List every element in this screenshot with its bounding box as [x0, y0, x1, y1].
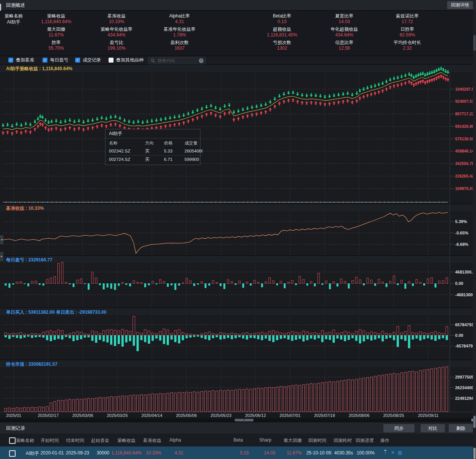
col-header: 结束时间 — [66, 437, 84, 444]
x-tick-label: 2025/09/11 — [418, 413, 438, 418]
main-chart-title: AI助手策略收益 : 1,116,840.64% — [6, 66, 73, 72]
records-title: 回测记录 — [6, 425, 25, 432]
row-cell: 100.00% — [357, 450, 375, 456]
search-input[interactable] — [157, 58, 199, 63]
main-chart-plot[interactable] — [0, 72, 476, 204]
backtest-detail-button[interactable]: 回测详情 — [447, 1, 473, 9]
splitter-collapse-icon[interactable]: ◂ — [0, 235, 3, 244]
select-all-checkbox[interactable] — [9, 437, 16, 444]
checkbox-成交记录[interactable]: ✓成交记录 — [75, 57, 101, 63]
stat-1-6: 夏普比率14.03 — [335, 13, 353, 25]
x-tick-label: 2025/07/18 — [314, 413, 335, 418]
horizontal-scrollbar[interactable]: ▼ — [0, 418, 476, 422]
close-icon[interactable]: ✕ — [391, 450, 395, 455]
vscroll-handle-bottom[interactable] — [473, 448, 476, 459]
stat-2-5: 年化超额收益434.64% — [331, 26, 358, 38]
col-header: 起始资金 — [91, 437, 109, 444]
row-cell: 11.67% — [287, 450, 302, 456]
benchmark-title: 基准收益 : 10.33% — [6, 205, 44, 212]
stat-2-6: 日胜率62.59% — [400, 26, 415, 38]
daily-pnl-plot[interactable] — [0, 263, 476, 308]
pin-top-icon[interactable]: ↑ — [384, 450, 386, 455]
x-tick-label: 2025/06/12 — [245, 413, 266, 418]
stat-1-7: 索提诺比率17.72 — [396, 13, 419, 25]
stat-3-6: 平均持仓时长2.32 — [394, 39, 421, 51]
x-tick-label: 2025/08/06 — [348, 413, 369, 418]
checked-icon: ✓ — [8, 58, 13, 63]
holdings-plot[interactable] — [0, 367, 476, 412]
search-box[interactable]: ✕ — [148, 57, 206, 64]
stat-3-2: 盈亏比199.10% — [107, 39, 125, 51]
x-tick-label: 2025/02/17 — [38, 413, 58, 418]
log-icon[interactable]: ▤ — [398, 450, 402, 455]
col-header: 回测时间 — [308, 437, 326, 444]
stats-panel: 策略名称AI助手策略收益1,116,840.64%基准收益10.33%Alpha… — [0, 11, 476, 56]
row-cell: 4030.35s — [334, 450, 353, 456]
sync-button[interactable]: 同步 — [383, 424, 415, 432]
col-header: Sharp — [259, 437, 271, 443]
unchecked-icon — [109, 58, 113, 63]
col-header: 开始时间 — [41, 437, 59, 444]
row-cell: 25-10-10 09: — [306, 450, 332, 456]
x-tick-label: 2025/04/14 — [141, 413, 162, 418]
checkbox-叠加基准[interactable]: ✓叠加基准 — [8, 57, 34, 63]
stat-1-3: 基准收益10.33% — [107, 13, 126, 25]
row-cell: 10.33% — [146, 450, 161, 456]
benchmark-plot[interactable] — [0, 211, 476, 255]
x-tick-label: 2025/08/25 — [383, 413, 404, 418]
stat-3-1: 胜率55.70% — [49, 39, 64, 51]
col-header: 最大回撤 — [284, 437, 302, 444]
main-chart-header: AI助手策略收益 : 1,116,840.64% — [0, 64, 476, 72]
daily-pnl-title: 每日盈亏 : 2329160.77 — [6, 257, 52, 263]
chart-toolbar: ✕ ✓叠加基准✓每日盈亏✓成交记录叠加其他品种 — [0, 56, 476, 64]
records-header: 回测记录 同步 对比 删除 — [0, 422, 476, 434]
stat-3-5: 信息比率12.56 — [335, 39, 353, 51]
vscroll-handle-mid[interactable] — [473, 416, 476, 428]
compare-button[interactable]: 对比 — [421, 424, 445, 432]
buy-sell-title: 单日买入 : 53911382.00 单日卖出 : -29198733.00 — [6, 309, 106, 316]
stat-2-2: 策略年化收益率434.64% — [101, 26, 132, 38]
records-table-row[interactable]: AI助手2020-01-012025-09-23300001,116,840.6… — [0, 446, 476, 459]
delete-button[interactable]: 删除 — [449, 424, 473, 432]
stat-3-3: 盈利次数1637 — [170, 39, 189, 51]
tooltip-table: 名称方向价格成交量002342.SZ买5.3326054000002724.SZ… — [106, 138, 200, 165]
page-title: 回测概述 — [6, 2, 25, 9]
vertical-scroll-rail[interactable] — [473, 10, 476, 459]
x-tick-label: 2025/01 — [6, 413, 21, 418]
records-table-header: 策略名称开始时间结束时间起始资金策略收益基准收益AlphaBetaSharp最大… — [0, 434, 476, 446]
buy-sell-plot[interactable] — [0, 315, 476, 360]
x-tick-label: 2025/03/25 — [107, 413, 128, 418]
stat-1-1: 策略名称AI助手 — [5, 13, 23, 25]
search-icon — [151, 58, 155, 63]
stat-2-4: 超额收益1,116,831.45% — [267, 26, 297, 38]
clear-search-icon[interactable]: ✕ — [199, 58, 203, 63]
row-cell: 0.13 — [240, 450, 249, 456]
splitter-expand-icon[interactable]: ▸ — [0, 252, 3, 261]
window-titlebar: 回测概述 回测详情 — [0, 0, 476, 11]
stat-2-3: 基准年化收益率1.78% — [164, 26, 195, 38]
benchmark-header: 基准收益 : 10.33% — [0, 204, 476, 212]
stat-2-1: 最大回撤11.67% — [47, 26, 65, 38]
col-header: 策略名称 — [16, 437, 34, 444]
col-header: 基准收益 — [143, 437, 161, 444]
x-tick-label: 2025/03/06 — [72, 413, 93, 418]
x-tick-label: 2025/05/06 — [176, 413, 197, 418]
vscroll-handle-top[interactable] — [473, 35, 476, 51]
stat-1-5: Beta比率0.13 — [273, 13, 292, 25]
checked-icon: ✓ — [75, 58, 80, 63]
buy-sell-header: 单日买入 : 53911382.00 单日卖出 : -29198733.00 — [0, 308, 476, 316]
stat-1-2: 策略收益1,116,840.64% — [41, 13, 71, 25]
stat-3-4: 亏损次数1302 — [273, 39, 291, 51]
checkbox-每日盈亏[interactable]: ✓每日盈亏 — [43, 57, 68, 63]
col-header: Beta — [233, 437, 243, 443]
daily-pnl-header: 每日盈亏 : 2329160.77 — [0, 255, 476, 263]
holdings-title: 持仓市值 : 335082191.57 — [6, 361, 57, 368]
hscroll-handle[interactable]: ▼ — [235, 419, 254, 421]
row-checkbox[interactable] — [9, 450, 16, 457]
row-cell: 2025-09-23 — [66, 450, 89, 456]
row-cell: 1,116,840.64% — [111, 450, 142, 456]
checkbox-叠加其他品种[interactable]: 叠加其他品种 — [109, 57, 143, 63]
stat-1-4: Alpha比率4.31 — [169, 13, 190, 25]
row-cell: 30000 — [97, 450, 109, 456]
col-header: 回测进度 — [356, 437, 374, 444]
